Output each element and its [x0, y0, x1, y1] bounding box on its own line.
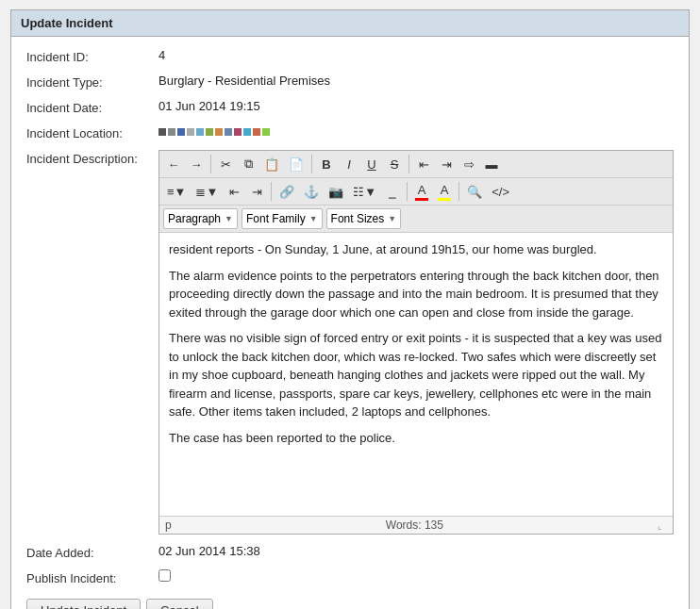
update-incident-panel: Update Incident Incident ID: 4 Incident … [10, 9, 690, 609]
date-added-row: Date Added: 02 Jun 2014 15:38 [26, 544, 674, 560]
font-sizes-dropdown-arrow: ▼ [388, 214, 396, 223]
italic-button[interactable]: I [339, 154, 359, 174]
highlight-color-button[interactable]: A [434, 181, 455, 202]
update-incident-button[interactable]: Update Incident [26, 599, 141, 609]
toolbar-sep-5 [407, 182, 408, 201]
source-button[interactable]: </> [488, 181, 513, 202]
incident-type-label: Incident Type: [26, 74, 158, 90]
incident-location-label: Incident Location: [26, 124, 158, 140]
copy-button[interactable]: ⧉ [238, 154, 258, 174]
editor-footer: p Words: 135 ⌞ [159, 516, 673, 534]
publish-incident-label: Publish Incident: [26, 569, 158, 585]
date-added-value: 02 Jun 2014 15:38 [158, 544, 674, 558]
form-buttons: Update Incident Cancel [26, 599, 674, 609]
incident-type-row: Incident Type: Burglary - Residential Pr… [26, 74, 674, 90]
incident-type-value: Burglary - Residential Premises [158, 74, 674, 88]
align-right-button[interactable]: ⇨ [458, 154, 479, 174]
incident-id-value: 4 [158, 48, 674, 62]
align-left-button[interactable]: ⇤ [413, 154, 434, 174]
strikethrough-button[interactable]: S [384, 154, 405, 174]
content-paragraph-3: There was no visible sign of forced entr… [169, 329, 663, 421]
incident-description-label: Incident Description: [26, 150, 158, 166]
editor-tag: p [165, 518, 172, 532]
bold-button[interactable]: B [316, 154, 337, 174]
toolbar-row-2: ≡▼ ≣▼ ⇤ ⇥ 🔗 ⚓ 📷 ☷▼ ⎯ A [159, 178, 673, 206]
outdent-button[interactable]: ⇤ [224, 181, 244, 202]
incident-date-row: Incident Date: 01 Jun 2014 19:15 [26, 99, 674, 115]
toolbar-row-3: Paragraph ▼ Font Family ▼ Font Sizes ▼ [159, 206, 673, 233]
location-image [158, 124, 272, 140]
indent-button[interactable]: ⇥ [246, 181, 267, 202]
undo-button[interactable]: ← [163, 154, 184, 174]
anchor-button[interactable]: ⚓ [300, 181, 323, 202]
font-color-button[interactable]: A [411, 181, 432, 202]
paragraph-dropdown-arrow: ▼ [225, 214, 233, 223]
font-sizes-dropdown[interactable]: Font Sizes ▼ [326, 208, 402, 229]
font-family-dropdown-arrow: ▼ [309, 214, 318, 223]
underline-button[interactable]: U [361, 154, 382, 174]
incident-id-row: Incident ID: 4 [26, 48, 674, 64]
date-added-label: Date Added: [26, 544, 158, 560]
editor-content-area[interactable]: resident reports - On Sunday, 1 June, at… [159, 233, 673, 516]
hr-button[interactable]: ⎯ [382, 181, 403, 202]
align-center-button[interactable]: ⇥ [436, 154, 457, 174]
incident-location-value [158, 124, 674, 140]
incident-description-row: Incident Description: ← → ✂ ⧉ 📋 📄 B I [26, 150, 674, 535]
editor-wrapper: ← → ✂ ⧉ 📋 📄 B I U S ⇤ ⇥ [158, 150, 674, 535]
toolbar-sep-4 [271, 182, 272, 201]
font-family-dropdown[interactable]: Font Family ▼ [242, 208, 323, 229]
image-button[interactable]: 📷 [325, 181, 347, 202]
cancel-button[interactable]: Cancel [146, 599, 212, 609]
align-justify-button[interactable]: ▬ [481, 154, 502, 174]
publish-incident-value [158, 569, 674, 584]
publish-incident-row: Publish Incident: [26, 569, 674, 585]
paste-text-button[interactable]: 📄 [285, 154, 308, 174]
panel-title: Update Incident [11, 10, 689, 37]
content-paragraph-2: The alarm evidence points to the perpetr… [169, 267, 663, 322]
toolbar-row-1: ← → ✂ ⧉ 📋 📄 B I U S ⇤ ⇥ [159, 151, 673, 178]
toolbar-sep-6 [458, 182, 459, 201]
find-replace-button[interactable]: 🔍 [463, 181, 486, 202]
content-paragraph-4: The case has been reported to the police… [169, 429, 663, 448]
redo-button[interactable]: → [186, 154, 207, 174]
numbered-list-button[interactable]: ≣▼ [192, 181, 222, 202]
paste-button[interactable]: 📋 [260, 154, 283, 174]
content-paragraph-1: resident reports - On Sunday, 1 June, at… [169, 240, 663, 259]
toolbar-sep-1 [210, 155, 211, 173]
publish-incident-checkbox[interactable] [158, 569, 171, 582]
link-button[interactable]: 🔗 [275, 181, 298, 202]
resize-handle[interactable]: ⌞ [658, 520, 667, 530]
incident-id-label: Incident ID: [26, 48, 158, 64]
toolbar-sep-2 [311, 155, 312, 173]
paragraph-dropdown[interactable]: Paragraph ▼ [163, 208, 238, 229]
rich-text-editor[interactable]: ← → ✂ ⧉ 📋 📄 B I U S ⇤ ⇥ [158, 150, 674, 535]
incident-date-label: Incident Date: [26, 99, 158, 115]
incident-date-value: 01 Jun 2014 19:15 [158, 99, 674, 113]
table-button[interactable]: ☷▼ [349, 181, 380, 202]
incident-location-row: Incident Location: [26, 124, 674, 140]
word-count: Words: 135 [386, 518, 443, 532]
bullet-list-button[interactable]: ≡▼ [163, 181, 190, 202]
toolbar-sep-3 [408, 155, 409, 173]
cut-button[interactable]: ✂ [215, 154, 236, 174]
